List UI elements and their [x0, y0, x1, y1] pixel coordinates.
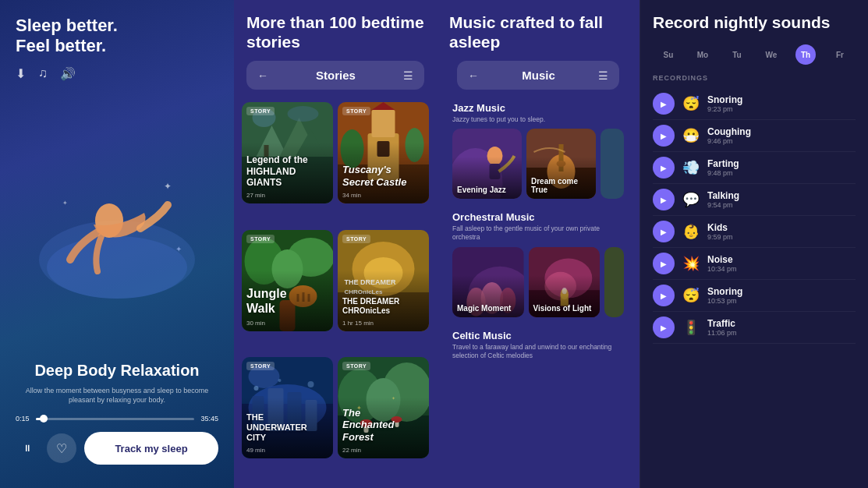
back-icon[interactable]: ← — [257, 69, 268, 82]
play-button-6[interactable]: ▶ — [653, 253, 675, 274]
rec-time-8: 11:06 pm — [707, 329, 856, 337]
play-button-5[interactable]: ▶ — [653, 221, 675, 242]
orch3-bg — [604, 247, 624, 317]
jazz-title: Jazz Music — [452, 102, 624, 114]
story-card-jungle[interactable]: STORY JungleWalk 30 min — [242, 230, 333, 331]
card-label-magic-moment: Magic Moment — [457, 304, 511, 313]
story-card-tuscany[interactable]: STORY Tuscany'sSecret Castle 34 min — [338, 102, 429, 203]
illustration-area: ✦ ✦ ✦ — [16, 81, 218, 361]
rec-time-5: 9:59 pm — [707, 233, 856, 241]
svg-point-45 — [254, 386, 259, 391]
rec-name-2: Coughing — [707, 126, 856, 137]
story-duration-highland: 27 min — [246, 192, 265, 199]
orchestral-section: Orchestral Music Fall asleep to the gent… — [445, 211, 632, 329]
snoring-emoji-2: 😴 — [682, 287, 700, 304]
stories-grid: STORY Legend of theHIGHLAND GIANTS 27 mi… — [234, 102, 437, 488]
day-fr[interactable]: Fr — [824, 51, 856, 59]
talking-emoji: 💬 — [682, 191, 700, 208]
svg-rect-68 — [601, 129, 624, 199]
rec-time-2: 9:46 pm — [707, 137, 856, 145]
story-card-highland[interactable]: STORY Legend of theHIGHLAND GIANTS 27 mi… — [242, 102, 333, 203]
pause-button[interactable]: ⏸ — [16, 437, 39, 460]
hero-text: Sleep better. Feel better. — [16, 16, 218, 57]
music-filter-icon[interactable]: ☰ — [598, 69, 608, 82]
rec-time-4: 9:54 pm — [707, 201, 856, 209]
snoring-emoji-1: 😴 — [682, 95, 700, 112]
music-card-evening-jazz[interactable]: Evening Jazz — [452, 129, 522, 199]
play-button-4[interactable]: ▶ — [653, 189, 675, 210]
music-card-orch3[interactable] — [604, 247, 624, 317]
music-heading: Music crafted to fall asleep — [449, 12, 627, 51]
svg-text:✦: ✦ — [164, 181, 172, 192]
celtic-title: Celtic Music — [452, 330, 624, 341]
recordings-list: ▶ 😴 Snoring 9:23 pm ▶ 😷 Coughing 9:46 pm… — [653, 88, 856, 344]
coughing-emoji: 😷 — [682, 127, 700, 144]
story-duration-tuscany: 34 min — [342, 192, 361, 199]
favorite-button[interactable]: ♡ — [47, 433, 76, 463]
play-button-7[interactable]: ▶ — [653, 285, 675, 306]
svg-rect-81 — [604, 247, 624, 317]
story-label: STORY — [342, 107, 370, 115]
story-label: STORY — [246, 107, 275, 115]
music-nav-title: Music — [479, 69, 598, 82]
day-tu[interactable]: Tu — [721, 51, 753, 59]
traffic-emoji: 🚦 — [682, 319, 700, 336]
svg-text:✦: ✦ — [62, 200, 68, 207]
day-su[interactable]: Su — [653, 51, 684, 59]
story-label: STORY — [342, 235, 370, 243]
story-title-dreamer: THE DREAMERCHROnicLes — [342, 297, 424, 316]
music-note-icon[interactable]: ♫ — [38, 66, 48, 81]
rec-time-3: 9:48 pm — [707, 169, 856, 177]
content-title: Deep Body Relaxation — [16, 361, 218, 380]
stories-nav-title: Stories — [268, 69, 403, 82]
volume-icon[interactable]: 🔊 — [60, 66, 76, 81]
day-th[interactable]: Th — [790, 44, 821, 65]
filter-icon[interactable]: ☰ — [403, 69, 413, 82]
download-icon[interactable]: ⬇ — [16, 66, 26, 81]
story-card-forest[interactable]: ✦ ✦ STORY TheEnchantedForest 22 min — [338, 357, 429, 458]
panel-record: Record nightly sounds Su Mo Tu We Th Fr … — [639, 0, 868, 488]
story-card-underwater[interactable]: STORY THEUNDERWATERCITY 49 min — [242, 357, 333, 458]
kids-emoji: 👶 — [682, 223, 700, 240]
play-button-2[interactable]: ▶ — [653, 125, 675, 147]
progress-bar[interactable] — [36, 418, 195, 420]
story-title-underwater: THEUNDERWATERCITY — [246, 412, 328, 444]
rec-name-3: Farting — [707, 158, 856, 169]
music-card-visions[interactable]: Visions of Light — [529, 247, 601, 317]
time-current: 0:15 — [16, 415, 30, 423]
panel-stories: More than 100 bedtime stories ← Stories … — [234, 0, 437, 488]
record-heading: Record nightly sounds — [653, 12, 856, 32]
music-back-icon[interactable]: ← — [468, 69, 479, 82]
story-duration-jungle: 30 min — [246, 320, 265, 327]
panel-music: Music crafted to fall asleep ← Music ☰ J… — [437, 0, 639, 488]
music-nav-bar: ← Music ☰ — [457, 61, 619, 90]
orchestral-cards: Magic Moment — [452, 247, 624, 317]
rec-time-7: 10:53 pm — [707, 297, 856, 305]
rec-name-5: Kids — [707, 222, 856, 233]
rec-time-1: 9:23 pm — [707, 105, 856, 113]
recording-item-3: ▶ 💨 Farting 9:48 pm — [653, 152, 856, 184]
day-mo[interactable]: Mo — [687, 51, 718, 59]
play-button-8[interactable]: ▶ — [653, 316, 675, 338]
stories-nav-bar: ← Stories ☰ — [246, 61, 424, 90]
card-label-dream-true: Dream come True — [531, 177, 596, 194]
play-button-3[interactable]: ▶ — [653, 157, 675, 179]
recordings-label: RECORDINGS — [653, 74, 856, 82]
music-card-jazz3[interactable] — [601, 129, 624, 199]
recording-item-2: ▶ 😷 Coughing 9:46 pm — [653, 120, 856, 152]
rec-name-4: Talking — [707, 190, 856, 201]
story-label: STORY — [246, 235, 275, 243]
card-label-evening-jazz: Evening Jazz — [457, 186, 506, 194]
music-card-magic-moment[interactable]: Magic Moment — [452, 247, 524, 317]
story-label: STORY — [246, 362, 275, 370]
story-title-jungle: JungleWalk — [246, 286, 328, 316]
track-sleep-button[interactable]: Track my sleep — [84, 432, 218, 465]
rec-time-6: 10:34 pm — [707, 265, 856, 273]
music-card-dream-true[interactable]: Dream come True — [526, 129, 596, 199]
rec-name-1: Snoring — [707, 94, 856, 105]
story-card-dreamer[interactable]: THE DREAMER CHROnicLes STORY THE DREAMER… — [338, 230, 429, 331]
orchestral-desc: Fall asleep to the gentle music of your … — [452, 225, 624, 242]
play-button-1[interactable]: ▶ — [653, 93, 675, 115]
recording-item-7: ▶ 😴 Snoring 10:53 pm — [653, 280, 856, 312]
day-we[interactable]: We — [756, 51, 787, 59]
